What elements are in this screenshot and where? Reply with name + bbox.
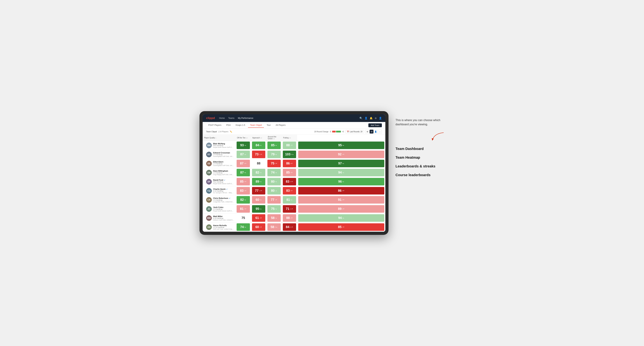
player-cell-6[interactable]: CRChris Robertson ✔1-5 HandicapCraigmill… xyxy=(203,195,236,204)
putting-cell-3: 941▲ xyxy=(297,168,385,177)
stat-box: 975▲ xyxy=(298,160,384,167)
stat-value: 85 xyxy=(338,225,342,229)
stat-change: 2▲ xyxy=(275,208,277,210)
stat-box: 943▲ xyxy=(298,214,384,222)
stat-change: -2▼ xyxy=(342,208,344,210)
logo: clippd xyxy=(206,117,215,120)
stat-change: -3▼ xyxy=(244,181,246,182)
player-club: Royal North Devon Golf Club, United King… xyxy=(213,210,234,212)
annotation-panel: This is where you can choose which dashb… xyxy=(396,111,444,181)
team-header: Team Clippd | 14 Players ✏️ 20 Round Cha… xyxy=(203,129,385,135)
stat-box: 89-2▼ xyxy=(298,205,384,213)
player-cell-8[interactable]: MMMatt Miller6-10 HandicapWoburn Golf Cl… xyxy=(203,213,236,223)
heatmap-view-button[interactable]: ⊟ xyxy=(370,130,374,134)
player-handicap: 1-5 Handicap xyxy=(213,154,234,156)
stat-value: 88 xyxy=(286,216,290,220)
nav-links: Home Teams My Performance xyxy=(219,117,355,119)
player-name: Dave Billingham xyxy=(213,170,234,172)
player-name: Edward Crossman xyxy=(213,152,234,154)
sub-nav-all-players[interactable]: All Players xyxy=(274,123,288,128)
stat-value: 83 xyxy=(286,189,290,192)
download-button[interactable]: ↓ xyxy=(378,130,382,134)
change-bar xyxy=(332,131,341,133)
approach-cell-3: 741▲ xyxy=(266,168,282,177)
off-tee-cell-2: 88 xyxy=(251,159,266,168)
player-club: Craigmillar Park, United Kingdom xyxy=(213,201,234,203)
col-around-green-header[interactable]: Around the Green — xyxy=(266,135,282,141)
edit-team-icon[interactable]: ✏️ xyxy=(230,131,232,133)
stat-box: 77-14▼ xyxy=(252,187,265,194)
around-green-cell-0: 88-1▼ xyxy=(282,141,297,150)
stat-value: 75 xyxy=(242,216,245,220)
approach-cell-5: 801▲ xyxy=(266,186,282,195)
profile-icon[interactable]: 👤 xyxy=(364,117,368,120)
player-quality-cell-4: 85-3▼ xyxy=(236,177,251,186)
player-cell-7[interactable]: JCJosh Coles1-5 HandicapRoyal North Devo… xyxy=(203,204,236,213)
person-view-button[interactable]: 👤 xyxy=(374,130,378,134)
col-player-header[interactable]: Player Quality ↓ xyxy=(203,135,236,141)
around-green-cell-9: 84-21▼ xyxy=(282,223,297,232)
stat-change: 9▲ xyxy=(342,145,344,146)
search-icon[interactable]: 🔍 xyxy=(360,117,362,120)
round-change-section: 20 Round Change -5 +5 xyxy=(314,131,344,133)
around-green-cell-4: 83-10▼ xyxy=(282,177,297,186)
settings-icon[interactable]: ⊕ xyxy=(375,117,377,120)
sub-nav-pga[interactable]: PGA xyxy=(224,123,233,128)
stat-change: 4▲ xyxy=(244,172,246,173)
stat-box: 959▲ xyxy=(298,142,384,149)
player-cell-0[interactable]: BMBlair McHargPlus HandicapRoyal North D… xyxy=(203,141,236,150)
nav-icons: 🔍 👤 🔔 ⊕ 👤 xyxy=(360,117,382,120)
player-cell-3[interactable]: DBDave Billingham1-5 HandicapGog Magog G… xyxy=(203,168,236,177)
col-putting-header[interactable]: Putting — xyxy=(282,135,297,141)
stat-change: 7▲ xyxy=(260,181,262,182)
approach-cell-9: 5810▲ xyxy=(266,223,282,232)
notifications-icon[interactable]: 🔔 xyxy=(370,117,372,120)
user-avatar-icon[interactable]: 👤 xyxy=(379,117,382,120)
stat-change: 8▲ xyxy=(260,208,262,210)
sub-nav-hcaps[interactable]: Hcaps 1-5 xyxy=(234,123,247,128)
around-green-cell-1: 10315▲ xyxy=(282,150,297,159)
nav-home[interactable]: Home xyxy=(219,117,225,119)
sub-nav-team-clippd[interactable]: Team Clippd xyxy=(248,123,264,128)
nav-teams[interactable]: Teams xyxy=(228,117,234,119)
change-max-label: +5 xyxy=(342,131,344,133)
verified-icon: ✔ xyxy=(228,197,230,199)
stat-value: 85 xyxy=(240,180,244,183)
col-approach-header[interactable]: Approach — xyxy=(251,135,266,141)
approach-cell-1: 799▲ xyxy=(266,150,282,159)
table-header-row: Player Quality ↓ Off the Tee — Approach … xyxy=(203,135,385,141)
stat-value: 80 xyxy=(271,189,274,192)
player-cell-9[interactable]: ANAaron Nicholls11-15 HandicapDrift Golf… xyxy=(203,223,236,232)
stat-box: 801▲ xyxy=(268,187,281,194)
sub-nav-pgat[interactable]: PGAT Players xyxy=(206,123,224,128)
calendar-icon: 📅 xyxy=(347,131,349,133)
page-wrapper: clippd Home Teams My Performance 🔍 👤 🔔 ⊕… xyxy=(200,111,444,235)
grid-view-button[interactable]: ⊞ xyxy=(366,130,369,134)
player-avatar: DF xyxy=(206,179,212,184)
stat-change: -2▼ xyxy=(290,217,293,219)
tablet-screen: clippd Home Teams My Performance 🔍 👤 🔔 ⊕… xyxy=(203,114,385,232)
table-row: MMMatt Miller6-10 HandicapWoburn Golf Cl… xyxy=(203,213,385,223)
player-cell-4[interactable]: DFDavid Ford ✔Plus HandicapRoyal North D… xyxy=(203,177,236,186)
stat-value: 96 xyxy=(338,180,342,183)
team-count: | 14 Players xyxy=(218,131,228,133)
add-team-button[interactable]: Add Team xyxy=(368,123,382,127)
player-cell-1[interactable]: ECEdward Crossman1-5 HandicapSunningdale… xyxy=(203,150,236,159)
annotation-text: This is where you can choose which dashb… xyxy=(396,118,444,127)
stat-value: 77 xyxy=(271,198,274,202)
col-off-tee-header[interactable]: Off the Tee — xyxy=(236,135,251,141)
stat-value: 93 xyxy=(240,144,244,147)
player-cell-5[interactable]: CQCharlie Quick ✔6-10 HandicapSt. George… xyxy=(203,186,236,195)
player-cell-2[interactable]: EEElliot Ebert1-5 HandicapSunningdale Go… xyxy=(203,159,236,168)
player-handicap: 6-10 Handicap xyxy=(213,217,234,219)
nav-my-performance[interactable]: My Performance xyxy=(238,117,253,119)
stat-change: -1▼ xyxy=(290,145,293,146)
player-avatar: MM xyxy=(206,215,212,221)
around-green-cell-7: 71-11▼ xyxy=(282,204,297,213)
last-rounds-button[interactable]: 📅 Last Rounds: 20 xyxy=(345,130,364,133)
stat-box: 874▲ xyxy=(236,169,250,176)
table-row: CRChris Robertson ✔1-5 HandicapCraigmill… xyxy=(203,195,385,204)
player-name: Blair McHarg xyxy=(213,143,234,145)
stat-value: 95 xyxy=(338,144,342,147)
sub-nav-tour[interactable]: Tour xyxy=(264,123,273,128)
